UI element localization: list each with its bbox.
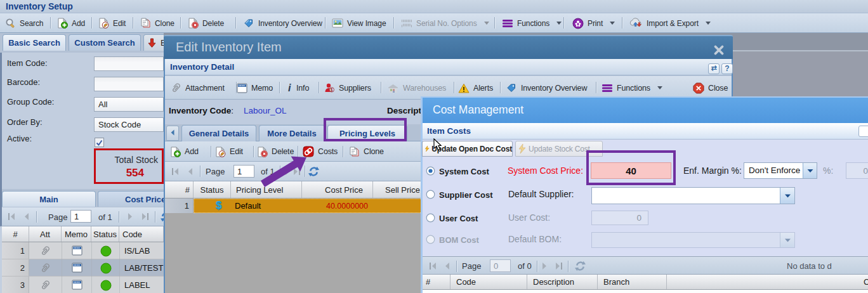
svg-text:$: $	[331, 88, 333, 93]
svg-text:i: i	[288, 82, 291, 93]
